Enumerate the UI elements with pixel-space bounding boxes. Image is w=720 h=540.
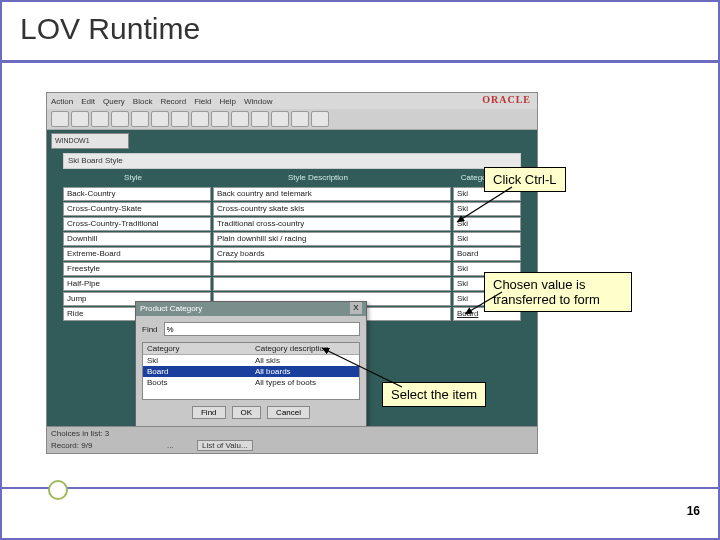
cell-style[interactable]: Freestyle: [63, 262, 211, 276]
status-bar: Choices in list: 3 Record: 9/9 ... List …: [47, 426, 537, 453]
cell-style[interactable]: Extreme-Board: [63, 247, 211, 261]
lov-col-category: Category: [143, 343, 251, 354]
toolbar-button[interactable]: [311, 111, 329, 127]
cell-desc[interactable]: [213, 277, 451, 291]
title-rule: [2, 60, 718, 63]
form-block-title: Ski Board Style: [63, 153, 521, 169]
toolbar-button[interactable]: [291, 111, 309, 127]
lov-col-desc: Category description: [251, 343, 359, 354]
table-row: Cross-Country-Traditional Traditional cr…: [63, 217, 521, 231]
cell-desc[interactable]: Plain downhill ski / racing: [213, 232, 451, 246]
lov-cell-desc: All skis: [251, 355, 359, 366]
status-hint: List of Valu...: [197, 440, 253, 451]
cell-desc[interactable]: [213, 262, 451, 276]
toolbar-button[interactable]: [91, 111, 109, 127]
brand-logo: ORACLE: [482, 94, 531, 105]
callout-chosen-value: Chosen value is transferred to form: [484, 272, 632, 312]
menu-field[interactable]: Field: [194, 97, 211, 106]
ok-button[interactable]: OK: [232, 406, 262, 419]
cell-category[interactable]: Ski: [453, 232, 521, 246]
footer-bullet-icon: [48, 480, 68, 500]
menu-help[interactable]: Help: [220, 97, 236, 106]
callout-click-ctrl-l: Click Ctrl-L: [484, 167, 566, 192]
cell-category[interactable]: Board: [453, 247, 521, 261]
table-row: Freestyle Ski: [63, 262, 521, 276]
menu-query[interactable]: Query: [103, 97, 125, 106]
cell-desc[interactable]: Crazy boards: [213, 247, 451, 261]
toolbar-button[interactable]: [111, 111, 129, 127]
menubar[interactable]: Action Edit Query Block Record Field Hel…: [47, 93, 537, 110]
cell-style[interactable]: Cross-Country-Skate: [63, 202, 211, 216]
lov-title-text: Product Category: [140, 302, 202, 316]
toolbar-button[interactable]: [271, 111, 289, 127]
grid-headers: Style Style Description Category: [63, 173, 521, 185]
toolbar-button[interactable]: [251, 111, 269, 127]
toolbar: [47, 109, 537, 130]
cell-desc[interactable]: Cross-country skate skis: [213, 202, 451, 216]
toolbar-button[interactable]: [51, 111, 69, 127]
toolbar-button[interactable]: [171, 111, 189, 127]
cancel-button[interactable]: Cancel: [267, 406, 310, 419]
col-style: Style: [63, 173, 203, 185]
table-row: Extreme-Board Crazy boards Board: [63, 247, 521, 261]
table-row: Downhill Plain downhill ski / racing Ski: [63, 232, 521, 246]
lov-row-selected[interactable]: Board All boards: [143, 366, 359, 377]
toolbar-button[interactable]: [211, 111, 229, 127]
lov-list[interactable]: Category Category description Ski All sk…: [142, 342, 360, 400]
lov-row[interactable]: Ski All skis: [143, 355, 359, 366]
lov-cell-cat: Board: [143, 366, 251, 377]
menu-record[interactable]: Record: [160, 97, 186, 106]
page-number: 16: [687, 504, 700, 518]
cell-category[interactable]: Ski: [453, 217, 521, 231]
cell-desc[interactable]: Traditional cross-country: [213, 217, 451, 231]
lov-body: Find Category Category description Ski A…: [136, 316, 366, 425]
slide-title: LOV Runtime: [20, 12, 200, 46]
lov-cell-cat: Boots: [143, 377, 251, 388]
toolbar-button[interactable]: [191, 111, 209, 127]
lov-titlebar[interactable]: Product Category X: [136, 302, 366, 316]
cell-desc[interactable]: Back country and telemark: [213, 187, 451, 201]
cell-category[interactable]: Ski: [453, 202, 521, 216]
toolbar-button[interactable]: [151, 111, 169, 127]
lov-row[interactable]: Boots All types of boots: [143, 377, 359, 388]
menu-action[interactable]: Action: [51, 97, 73, 106]
toolbar-button[interactable]: [231, 111, 249, 127]
table-row: Back-Country Back country and telemark S…: [63, 187, 521, 201]
lov-buttons: Find OK Cancel: [142, 406, 360, 419]
cell-style[interactable]: Cross-Country-Traditional: [63, 217, 211, 231]
lov-find-label: Find: [142, 325, 158, 334]
menu-edit[interactable]: Edit: [81, 97, 95, 106]
subwindow-titlebar: WINDOW1: [51, 133, 129, 149]
cell-style[interactable]: Back-Country: [63, 187, 211, 201]
slide: LOV Runtime Action Edit Query Block Reco…: [0, 0, 720, 540]
table-row: Half-Pipe Ski: [63, 277, 521, 291]
col-desc: Style Description: [203, 173, 433, 185]
lov-cell-desc: All boards: [251, 366, 359, 377]
lov-cell-cat: Ski: [143, 355, 251, 366]
cell-style[interactable]: Downhill: [63, 232, 211, 246]
toolbar-button[interactable]: [131, 111, 149, 127]
close-icon[interactable]: X: [350, 302, 362, 314]
lov-find-row: Find: [142, 322, 360, 336]
status-dots: ...: [167, 441, 174, 450]
table-row: Cross-Country-Skate Cross-country skate …: [63, 202, 521, 216]
lov-find-input[interactable]: [164, 322, 360, 336]
status-record: Record: 9/9: [51, 441, 92, 450]
menu-block[interactable]: Block: [133, 97, 153, 106]
lov-cell-desc: All types of boots: [251, 377, 359, 388]
callout-select-item: Select the item: [382, 382, 486, 407]
cell-style[interactable]: Half-Pipe: [63, 277, 211, 291]
status-choices: Choices in list: 3: [51, 429, 109, 438]
menu-window[interactable]: Window: [244, 97, 272, 106]
toolbar-button[interactable]: [71, 111, 89, 127]
lov-dialog[interactable]: Product Category X Find Category Categor…: [135, 301, 367, 443]
lov-list-header: Category Category description: [143, 343, 359, 355]
find-button[interactable]: Find: [192, 406, 226, 419]
footer-rule: [2, 487, 718, 489]
